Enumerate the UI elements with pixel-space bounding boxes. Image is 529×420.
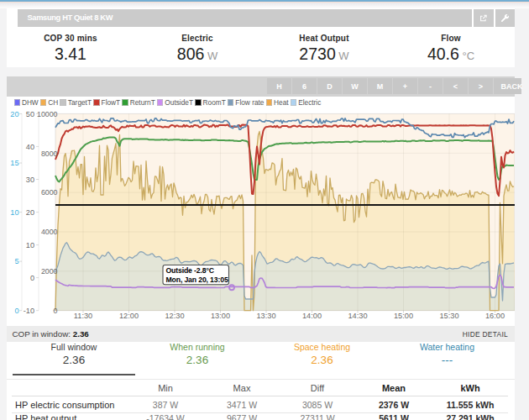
svg-text:15: 15 [10, 159, 18, 167]
svg-text:50: 50 [26, 110, 34, 118]
svg-text:13:30: 13:30 [257, 312, 276, 320]
svg-text:40: 40 [26, 143, 34, 151]
svg-text:12:30: 12:30 [165, 312, 185, 320]
svg-text:6000: 6000 [41, 188, 58, 197]
svg-text:11:30: 11:30 [74, 312, 92, 320]
svg-text:Outside -2.8°C: Outside -2.8°C [166, 266, 215, 275]
svg-text:5: 5 [14, 257, 18, 265]
svg-text:0: 0 [54, 307, 58, 315]
svg-text:10: 10 [26, 241, 34, 249]
svg-text:15:30: 15:30 [440, 312, 459, 320]
svg-text:10: 10 [10, 208, 18, 217]
svg-text:20: 20 [10, 110, 18, 118]
svg-text:12:00: 12:00 [119, 312, 139, 320]
svg-text:14:00: 14:00 [302, 312, 322, 320]
svg-text:4000: 4000 [41, 228, 58, 236]
svg-text:30: 30 [26, 176, 34, 184]
svg-text:16:00: 16:00 [485, 312, 505, 320]
svg-text:20: 20 [26, 208, 34, 217]
svg-text:0: 0 [30, 274, 34, 282]
svg-text:-10: -10 [24, 307, 34, 315]
svg-text:15:00: 15:00 [394, 312, 413, 320]
svg-text:13:00: 13:00 [211, 312, 230, 320]
svg-text:14:30: 14:30 [348, 312, 368, 320]
svg-text:Mon, Jan 20, 13:05: Mon, Jan 20, 13:05 [166, 276, 228, 284]
svg-text:0: 0 [14, 307, 18, 315]
svg-text:2000: 2000 [41, 267, 58, 276]
svg-text:8000: 8000 [41, 150, 58, 158]
svg-text:10000: 10000 [37, 110, 58, 118]
